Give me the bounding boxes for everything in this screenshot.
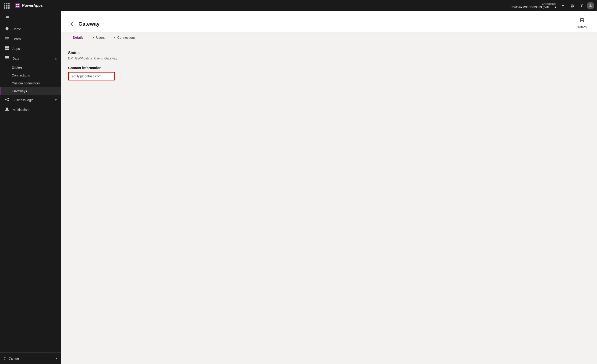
- tab-details-label: Details: [73, 36, 84, 39]
- back-button[interactable]: [68, 20, 76, 28]
- svg-line-19: [7, 100, 8, 100]
- tab-details[interactable]: Details: [68, 32, 88, 43]
- apps-icon: [4, 46, 10, 51]
- sidebar-sub-entities[interactable]: Entities: [0, 63, 61, 71]
- users-dot: [93, 37, 94, 38]
- tab-connections[interactable]: Connections: [109, 32, 140, 43]
- svg-point-15: [5, 99, 7, 100]
- topbar-icons: ?: [559, 1, 594, 10]
- svg-point-17: [8, 100, 9, 101]
- svg-rect-0: [16, 4, 17, 5]
- powerapps-logo-icon: [15, 3, 20, 8]
- sidebar-item-learn[interactable]: Learn: [0, 34, 61, 44]
- app-logo: PowerApps: [13, 3, 45, 8]
- app-name: PowerApps: [22, 3, 43, 8]
- business-logic-icon: [4, 98, 10, 103]
- sidebar-toggle[interactable]: ☰: [3, 13, 12, 22]
- page-title: Gateway: [79, 21, 100, 27]
- learn-icon: [4, 36, 10, 42]
- settings-button[interactable]: [568, 1, 576, 10]
- sidebar-item-notifications-label: Notifications: [12, 108, 30, 112]
- business-logic-chevron-icon: ∨: [55, 99, 57, 102]
- canvas-icon: ?: [4, 356, 6, 360]
- home-icon: [4, 27, 10, 32]
- environment-chevron-icon: ▾: [555, 5, 556, 9]
- tab-connections-label: Connections: [117, 36, 135, 39]
- environment-selector[interactable]: Environment Contoso M365x933833 (defau..…: [510, 2, 556, 9]
- svg-line-18: [7, 99, 8, 99]
- svg-point-16: [8, 98, 9, 99]
- page-header-left: Gateway: [68, 20, 100, 28]
- sidebar-sub-entities-label: Entities: [12, 66, 23, 69]
- svg-rect-14: [5, 59, 9, 59]
- content-body: Status DM_GWPipeline_Client_Gateway Cont…: [61, 43, 597, 364]
- sidebar-bottom-canvas-label: Canvas: [8, 356, 19, 360]
- sidebar-item-notifications[interactable]: Notifications: [0, 105, 61, 115]
- page-header-actions: Remove: [574, 16, 589, 32]
- tabs-bar: Details Users Connections: [61, 32, 597, 43]
- tab-users-label: Users: [96, 36, 105, 39]
- sidebar-item-apps[interactable]: Apps: [0, 44, 61, 54]
- notifications-icon: [4, 107, 10, 112]
- canvas-chevron-icon: ▾: [55, 357, 57, 360]
- trash-icon: [579, 17, 585, 24]
- sidebar-sub-gateways-label: Gateways: [12, 89, 27, 93]
- contact-email-input[interactable]: [68, 72, 115, 80]
- topbar: PowerApps Environment Contoso M365x93383…: [0, 0, 597, 11]
- status-label: Status: [68, 51, 589, 55]
- sidebar-sub-connections-label: Connections: [12, 73, 30, 77]
- sidebar-item-home[interactable]: Home: [0, 24, 61, 34]
- sidebar-item-learn-label: Learn: [12, 37, 21, 41]
- data-chevron-icon: ∧: [55, 57, 57, 60]
- svg-rect-3: [18, 6, 19, 7]
- sidebar-sub-gateways[interactable]: Gateways: [0, 87, 61, 95]
- svg-rect-5: [5, 37, 9, 38]
- sidebar-item-business-logic[interactable]: Business logic ∨: [0, 95, 61, 105]
- download-button[interactable]: [559, 1, 567, 10]
- content-area: Gateway Remove Details Use: [61, 11, 597, 364]
- sidebar-item-data[interactable]: Data ∧: [0, 54, 61, 63]
- svg-rect-9: [7, 46, 9, 48]
- sidebar-sub-custom-connectors-label: Custom connectors: [12, 81, 40, 85]
- svg-point-4: [589, 4, 591, 6]
- sidebar-sub-custom-connectors[interactable]: Custom connectors: [0, 79, 61, 87]
- svg-rect-10: [5, 48, 7, 50]
- user-avatar[interactable]: [587, 2, 594, 9]
- remove-label: Remove: [577, 25, 587, 29]
- svg-rect-7: [5, 39, 8, 39]
- help-button[interactable]: ?: [577, 1, 586, 10]
- svg-rect-2: [16, 6, 17, 7]
- svg-rect-1: [18, 4, 19, 5]
- sidebar: ☰ Home Learn Apps Data ∧: [0, 11, 61, 364]
- environment-value: Contoso M365x933833 (defau... ▾: [510, 5, 556, 9]
- svg-rect-12: [5, 56, 9, 57]
- tab-users[interactable]: Users: [88, 32, 110, 43]
- sidebar-item-data-label: Data: [12, 57, 19, 61]
- sidebar-bottom: ? Canvas ▾: [0, 352, 61, 362]
- sidebar-bottom-canvas[interactable]: ? Canvas ▾: [0, 354, 61, 362]
- svg-rect-13: [5, 57, 9, 58]
- sidebar-sub-connections[interactable]: Connections: [0, 71, 61, 79]
- sidebar-item-apps-label: Apps: [12, 47, 20, 51]
- svg-rect-8: [5, 46, 7, 48]
- sidebar-item-home-label: Home: [12, 27, 21, 31]
- svg-rect-6: [5, 38, 9, 38]
- waffle-button[interactable]: [3, 2, 10, 9]
- contact-info-label: Contact information: [68, 66, 589, 70]
- environment-label: Environment: [542, 2, 556, 5]
- status-value: DM_GWPipeline_Client_Gateway: [68, 56, 589, 60]
- sidebar-item-business-logic-label: Business logic: [12, 98, 33, 102]
- svg-rect-11: [7, 48, 9, 50]
- page-header: Gateway Remove: [61, 11, 597, 32]
- data-icon: [4, 56, 10, 61]
- connections-dot: [114, 37, 115, 38]
- remove-button[interactable]: Remove: [574, 16, 589, 30]
